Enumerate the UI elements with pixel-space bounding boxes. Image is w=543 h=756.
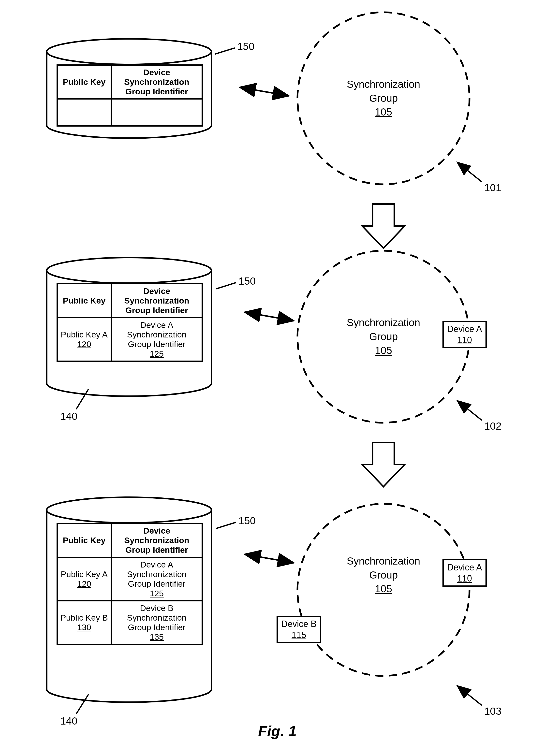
device-a-box-3: Device A 110 — [442, 559, 487, 587]
td-sgida-3: Device A Synchronization Group Identifie… — [111, 557, 202, 601]
ref-140-2: 140 — [60, 410, 77, 422]
sync-group-title-2: Synchronization — [347, 317, 420, 328]
txt-sgida-3: Device A Synchronization Group Identifie… — [127, 560, 187, 588]
data-table-stage2: Public Key Device Synchronization Group … — [57, 283, 203, 362]
ref-103: 103 — [484, 705, 501, 717]
th-public-key-3: Public Key — [57, 523, 111, 557]
link-arrow-1 — [240, 87, 289, 96]
th-device-sgid-2: Device Synchronization Group Identifier — [111, 284, 202, 318]
sync-group-label-2: Synchronization Group 105 — [345, 316, 422, 358]
txt-pka-3: Public Key A — [61, 569, 108, 579]
td-empty-l — [57, 99, 111, 126]
th-device-sgid-3: Device Synchronization Group Identifier — [111, 523, 202, 557]
link-arrow-3 — [245, 554, 294, 563]
sync-group-ref-2: 105 — [375, 345, 392, 356]
data-table-stage3: Public Key Device Synchronization Group … — [57, 523, 203, 645]
down-arrow-1 — [362, 204, 405, 248]
ref-sgida-3: 125 — [150, 589, 164, 598]
sync-group-sub-3: Group — [369, 569, 398, 581]
td-pka-3: Public Key A 120 — [57, 557, 111, 601]
sync-group-label-1: Synchronization Group 105 — [345, 77, 422, 119]
leader-150-3 — [216, 522, 236, 528]
txt-sgida: Device A Synchronization Group Identifie… — [127, 320, 187, 349]
link-arrow-2 — [245, 312, 294, 321]
td-empty-r — [111, 99, 202, 126]
ref-101: 101 — [484, 182, 501, 194]
device-a-name-3: Device A — [447, 562, 482, 572]
device-a-ref-3: 110 — [457, 573, 472, 583]
sync-group-ref-3: 105 — [375, 583, 392, 595]
txt-pkb: Public Key B — [60, 613, 108, 622]
ref-102: 102 — [484, 420, 501, 432]
td-pkb-3: Public Key B 130 — [57, 601, 111, 644]
th-device-sgid: Device Synchronization Group Identifier — [111, 65, 202, 99]
leader-150-2 — [216, 283, 236, 289]
leader-150-1 — [215, 48, 235, 54]
sync-group-title-3: Synchronization — [347, 555, 420, 567]
th-public-key: Public Key — [57, 65, 111, 99]
device-b-ref: 115 — [292, 630, 306, 640]
th-public-key-2: Public Key — [57, 284, 111, 318]
td-sgida-2: Device A Synchronization Group Identifie… — [111, 318, 202, 361]
device-b-box-3: Device B 115 — [277, 616, 321, 643]
txt-sgidb: Device B Synchronization Group Identifie… — [127, 603, 187, 632]
ref-sgida: 125 — [150, 349, 164, 358]
sync-group-ref: 105 — [375, 106, 392, 118]
ref-sgidb: 135 — [150, 632, 164, 641]
sync-group-label-3: Synchronization Group 105 — [345, 554, 422, 596]
ref-150-1: 150 — [237, 41, 254, 52]
txt-pka: Public Key A — [61, 330, 108, 339]
ref-pka: 120 — [77, 339, 91, 349]
td-pka-2: Public Key A 120 — [57, 318, 111, 361]
sync-group-sub: Group — [369, 92, 398, 104]
ref-140-3: 140 — [60, 715, 77, 727]
ref-pkb: 130 — [77, 623, 91, 632]
diagram-page: Fig. 1 — [0, 0, 543, 756]
ref-150-2: 150 — [238, 275, 256, 287]
ref-pka-3: 120 — [77, 579, 91, 588]
leader-103 — [457, 686, 482, 705]
device-a-name: Device A — [447, 324, 482, 334]
device-a-ref: 110 — [457, 335, 472, 345]
device-b-name: Device B — [281, 619, 317, 629]
sync-group-sub-2: Group — [369, 331, 398, 342]
down-arrow-2 — [362, 442, 405, 487]
leader-102 — [457, 401, 482, 420]
data-table-stage1: Public Key Device Synchronization Group … — [57, 64, 203, 127]
leader-101 — [457, 162, 482, 182]
ref-150-3: 150 — [238, 515, 256, 527]
sync-group-title: Synchronization — [347, 78, 420, 90]
device-a-box-2: Device A 110 — [442, 321, 487, 348]
td-sgidb-3: Device B Synchronization Group Identifie… — [111, 601, 202, 644]
